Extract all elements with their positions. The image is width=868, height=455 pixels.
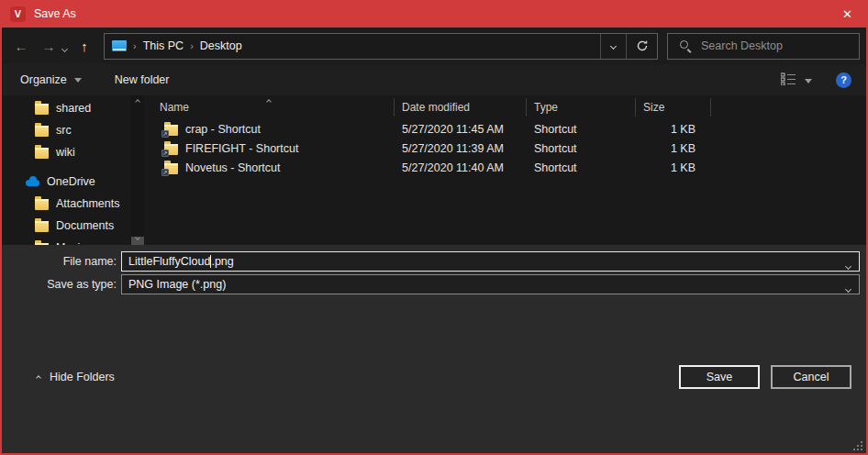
save-as-type-dropdown-button[interactable]: [846, 282, 851, 294]
save-button[interactable]: Save: [679, 365, 760, 389]
date-modified-cell: 5/27/2020 11:39 AM: [395, 142, 527, 155]
file-name-cell: ↗ crap - Shortcut: [146, 123, 395, 136]
title-bar: V Save As ✕: [0, 0, 868, 28]
crumb-this-pc[interactable]: This PC: [143, 39, 184, 52]
file-row-novetus-shortcut[interactable]: ↗ Novetus - Shortcut 5/27/2020 11:40 AM …: [146, 158, 866, 177]
file-name-dropdown-button[interactable]: [846, 259, 851, 272]
column-header-name[interactable]: Name: [146, 98, 395, 117]
date-modified-cell: 5/27/2020 11:40 AM: [395, 161, 527, 174]
navigation-pane: shared src wiki OneDrive Attachments Doc…: [2, 95, 131, 245]
chevron-up-icon: [135, 99, 140, 105]
main-area: shared src wiki OneDrive Attachments Doc…: [2, 95, 866, 245]
file-name-cell: ↗ Novetus - Shortcut: [146, 161, 395, 174]
crumb-desktop[interactable]: Desktop: [200, 39, 242, 52]
size-cell: 1 KB: [636, 123, 711, 136]
folder-shortcut-icon: ↗: [164, 125, 178, 136]
organize-label: Organize: [20, 73, 67, 86]
column-label: Type: [534, 101, 558, 114]
search-input[interactable]: Search Desktop: [667, 33, 860, 60]
file-row-crap-shortcut[interactable]: ↗ crap - Shortcut 5/27/2020 11:45 AM Sho…: [146, 119, 866, 139]
sidebar-item-label: shared: [56, 102, 91, 115]
dialog-footer: Hide Folders Save Cancel: [2, 302, 866, 453]
file-name-cell: ↗ FIREFIGHT - Shortcut: [146, 142, 395, 155]
close-icon: ✕: [842, 7, 852, 21]
type-cell: Shortcut: [527, 161, 636, 174]
file-name-label: File name:: [2, 255, 117, 268]
back-button[interactable]: ←: [13, 39, 29, 53]
sidebar-item-attachments[interactable]: Attachments: [2, 193, 131, 215]
folder-icon: [35, 148, 49, 159]
scroll-up-button[interactable]: [136, 95, 139, 108]
chevron-down-icon: [61, 46, 68, 52]
file-name-text: FIREFIGHT - Shortcut: [185, 142, 298, 155]
close-button[interactable]: ✕: [827, 0, 868, 28]
column-header-size[interactable]: Size: [636, 98, 711, 117]
new-folder-button[interactable]: New folder: [115, 73, 170, 86]
chevron-up-icon: [36, 375, 41, 381]
vivaldi-logo-icon: V: [10, 6, 26, 22]
save-as-type-select[interactable]: PNG Image (*.png): [121, 274, 860, 294]
address-dropdown-button[interactable]: [600, 34, 626, 59]
sidebar-item-music[interactable]: Music: [2, 237, 131, 245]
hide-folders-label: Hide Folders: [50, 371, 115, 383]
file-list: Name Date modified Type Size ↗ crap - Sh…: [144, 95, 866, 245]
column-label: Date modified: [402, 101, 470, 114]
forward-button[interactable]: →: [40, 39, 57, 53]
help-icon: ?: [840, 74, 847, 85]
resize-grip[interactable]: [853, 441, 863, 451]
file-name-input[interactable]: LittleFluffyCloud.png: [121, 251, 860, 272]
new-folder-label: New folder: [115, 73, 170, 86]
shortcut-arrow-icon: ↗: [161, 169, 169, 176]
command-toolbar: Organize New folder ?: [2, 64, 866, 95]
file-name-text: crap - Shortcut: [185, 123, 261, 136]
view-options-dropdown[interactable]: [805, 73, 812, 86]
change-view-button[interactable]: [781, 72, 796, 88]
column-header-type[interactable]: Type: [527, 98, 636, 117]
column-header-date-modified[interactable]: Date modified: [395, 98, 527, 117]
column-headers: Name Date modified Type Size: [146, 95, 866, 119]
sidebar-item-onedrive[interactable]: OneDrive: [2, 171, 131, 193]
file-name-text: Novetus - Shortcut: [185, 161, 281, 174]
sidebar-item-wiki[interactable]: wiki: [2, 141, 131, 163]
shortcut-arrow-icon: ↗: [161, 130, 169, 138]
file-name-value-before-caret: LittleFluffyCloud: [128, 255, 210, 268]
details-view-icon: [781, 72, 796, 85]
breadcrumb: › This PC › Desktop: [105, 34, 600, 59]
sidebar-scrollbar[interactable]: [131, 95, 144, 245]
up-button[interactable]: ↑: [76, 39, 93, 53]
refresh-button[interactable]: [626, 34, 657, 59]
folder-shortcut-icon: ↗: [164, 163, 178, 174]
chevron-down-icon: [845, 286, 851, 293]
sidebar-item-documents[interactable]: Documents: [2, 215, 131, 237]
scrollbar-track[interactable]: [131, 108, 144, 232]
file-name-value-after-caret: .png: [211, 255, 233, 268]
organize-button[interactable]: Organize: [20, 73, 82, 86]
type-cell: Shortcut: [527, 142, 636, 155]
sidebar-item-shared[interactable]: shared: [2, 97, 131, 119]
crumb-separator: ›: [133, 40, 137, 51]
file-row-firefight-shortcut[interactable]: ↗ FIREFIGHT - Shortcut 5/27/2020 11:39 A…: [146, 139, 866, 158]
sidebar-item-label: Documents: [56, 219, 114, 232]
address-bar[interactable]: › This PC › Desktop: [104, 33, 658, 60]
folder-icon: [35, 199, 49, 210]
sidebar-item-src[interactable]: src: [2, 119, 131, 141]
hide-folders-button[interactable]: Hide Folders: [37, 371, 115, 383]
help-button[interactable]: ?: [836, 72, 851, 88]
save-as-type-label: Save as type:: [2, 278, 117, 291]
folder-icon: [35, 126, 49, 137]
crumb-separator: ›: [190, 40, 194, 51]
folder-shortcut-icon: ↗: [164, 144, 178, 155]
action-buttons: Save Cancel: [679, 365, 851, 389]
column-label: Name: [160, 101, 189, 114]
search-placeholder: Search Desktop: [701, 39, 783, 52]
search-icon: [679, 39, 692, 52]
cancel-button[interactable]: Cancel: [771, 365, 851, 389]
chevron-down-icon: [610, 42, 617, 49]
shortcut-arrow-icon: ↗: [161, 150, 169, 157]
navigation-bar: ← → ↑ › This PC › Desktop Search Desktop: [2, 28, 866, 64]
save-as-dialog: V Save As ✕ ← → ↑ › This PC › Desktop Se…: [0, 0, 868, 455]
sidebar-item-label: OneDrive: [47, 175, 95, 188]
file-fields-panel: File name: LittleFluffyCloud.png Save as…: [2, 245, 866, 302]
recent-locations-button[interactable]: [62, 39, 67, 55]
column-label: Size: [643, 101, 664, 114]
